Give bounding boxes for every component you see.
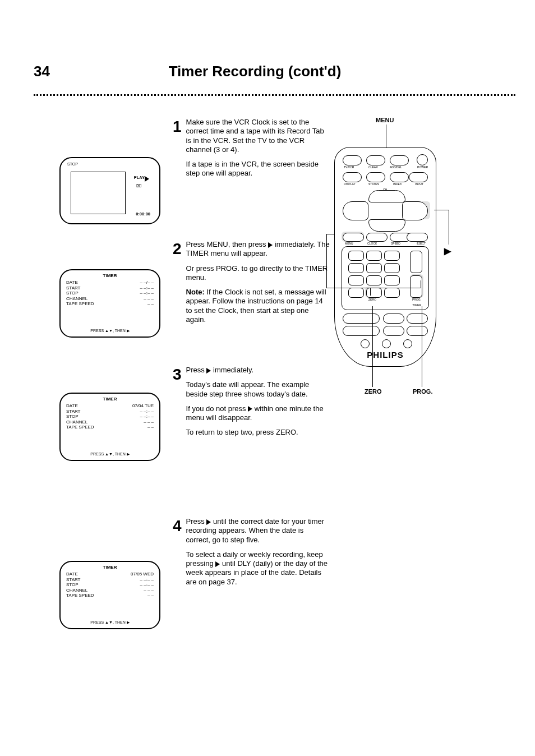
tv3-row2: STOP– –:– – xyxy=(66,414,154,420)
remote-btn-display[interactable] xyxy=(343,172,362,182)
remote-btn-power[interactable] xyxy=(417,154,428,165)
tv1-inner-box xyxy=(71,172,126,214)
step3-line4: To return to step two, press ZERO. xyxy=(186,428,330,437)
tv2-row2: STOP– –:– – xyxy=(66,291,154,296)
remote-btn-eject[interactable] xyxy=(407,233,428,242)
remote-btn-clear[interactable] xyxy=(366,155,385,165)
tv3-row1: START– –:– – xyxy=(66,409,154,414)
step3-number: 3 xyxy=(173,366,182,437)
step2-line1: Press MENU, then press immediately. The … xyxy=(186,240,330,259)
lead-line-prog-h xyxy=(326,288,421,288)
remote-btn-rec[interactable] xyxy=(343,326,380,336)
step3-line2: Today's date will appear. The example be… xyxy=(186,380,330,399)
tv2-footer: PRESS ▲▼, THEN ▶ xyxy=(61,329,159,333)
tv4-row0: DATE07/05 WED xyxy=(66,571,154,577)
remote-btn-up[interactable] xyxy=(368,190,405,202)
remote-btn-stop[interactable] xyxy=(383,314,404,324)
callout-prog: PROG. xyxy=(413,388,432,395)
tv3-row3: CHANNEL– – – xyxy=(66,420,154,425)
tv4-footer: PRESS ▲▼, THEN ▶ xyxy=(61,620,159,625)
remote-btn-3[interactable] xyxy=(384,251,400,261)
step2-note: Note: If the Clock is not set, a message… xyxy=(186,288,330,324)
remote-btn-dash[interactable] xyxy=(384,288,400,298)
tv2-row1: START– –:– – xyxy=(66,285,154,291)
remote-btn-6[interactable] xyxy=(384,263,400,273)
step1-text-b: If a tape is in the VCR, the screen besi… xyxy=(186,160,330,178)
remote-btn-index[interactable] xyxy=(390,172,409,182)
remote-btn-0[interactable] xyxy=(366,288,382,298)
step1-screen-area: STOP PLAY ⌧ 0:00:00 xyxy=(59,157,172,224)
lead-line-prog2-v xyxy=(422,306,422,387)
remote-btn-tv-vcr[interactable] xyxy=(343,155,362,165)
lead-line-right-h xyxy=(434,210,449,210)
remote-btn-pause[interactable] xyxy=(407,314,428,324)
lead-line-prog-v xyxy=(421,280,421,288)
step1-text-a: Make sure the VCR Clock is set to the co… xyxy=(186,118,330,154)
tv-screen-step4: TIMER DATE07/05 WED START– –:– – STOP– –… xyxy=(59,561,160,629)
remote-control: TV/VCR CLEAR ADD/DEL POWER DISPLAY STATU… xyxy=(334,147,436,367)
tv1-play-icon xyxy=(145,176,149,182)
remote-btn-down[interactable] xyxy=(368,219,405,232)
remote-btn-4[interactable] xyxy=(348,263,364,273)
remote-btn-input[interactable] xyxy=(409,172,428,182)
remote-circle-1[interactable] xyxy=(361,339,370,348)
tv1-play-label: PLAY xyxy=(134,176,145,180)
remote-btn-9[interactable] xyxy=(384,275,400,285)
tv-screen-step2: TIMER DATE– –/– – START– –:– – STOP– –:–… xyxy=(59,269,160,338)
remote-btn-5[interactable] xyxy=(366,263,382,273)
tv3-hdr: TIMER xyxy=(66,397,154,402)
lead-line-menu2-h xyxy=(326,234,334,234)
step4-line2: To select a daily or weekly recording, k… xyxy=(186,550,330,587)
remote-body: TV/VCR CLEAR ADD/DEL POWER DISPLAY STATU… xyxy=(334,147,436,367)
remote-btn-100[interactable] xyxy=(348,288,364,298)
step3-text: 3 Press immediately. Today's date will a… xyxy=(173,366,330,437)
tv1-counter: 0:00:00 xyxy=(136,212,150,216)
remote-circle-2[interactable] xyxy=(382,339,391,348)
remote-btn-left[interactable] xyxy=(343,201,368,220)
lead-line-right-v xyxy=(449,210,449,245)
remote-btn-ffw[interactable] xyxy=(407,326,428,336)
remote-btn-add-del[interactable] xyxy=(390,155,409,165)
lead-line-menu2-v xyxy=(326,234,327,288)
tv1-header: STOP xyxy=(67,162,78,167)
tv2-row4: TAPE SPEED– – xyxy=(66,301,154,307)
step3-screen-area: TIMER DATE07/04 TUE START– –:– – STOP– –… xyxy=(59,393,172,461)
remote-btn-status[interactable] xyxy=(366,172,385,182)
tv1-cassette-icon: ⌧ xyxy=(136,184,141,189)
tv-screen-step3: TIMER DATE07/04 TUE START– –:– – STOP– –… xyxy=(59,393,160,461)
tv2-row3: CHANNEL– – – xyxy=(66,296,154,302)
callout-zero: ZERO xyxy=(365,388,382,395)
step2-number: 2 xyxy=(173,240,182,324)
lead-line-menu-v xyxy=(386,125,386,148)
remote-btn-menu[interactable] xyxy=(343,233,364,242)
step1-text: 1 Make sure the VCR Clock is set to the … xyxy=(173,118,330,178)
lead-line-zero2-v xyxy=(372,306,373,387)
remote-btn-2[interactable] xyxy=(366,251,382,261)
remote-btn-clock[interactable] xyxy=(366,233,388,242)
step4-screen-area: TIMER DATE07/05 WED START– –:– – STOP– –… xyxy=(59,561,172,629)
step4-number: 4 xyxy=(173,517,182,587)
page-header: 34 Timer Recording (cont'd) xyxy=(34,63,476,80)
remote-btn-8[interactable] xyxy=(366,275,382,285)
tv3-footer: PRESS ▲▼, THEN ▶ xyxy=(61,452,159,457)
step1-number: 1 xyxy=(173,118,182,178)
remote-btn-1[interactable] xyxy=(348,251,364,261)
remote-btn-7[interactable] xyxy=(348,275,364,285)
play-icon xyxy=(206,368,211,374)
tv-screen-step1: STOP PLAY ⌧ 0:00:00 xyxy=(59,157,160,224)
remote-btn-vol[interactable] xyxy=(410,251,422,273)
remote-circle-3[interactable] xyxy=(403,339,412,348)
tv3-row0: DATE07/04 TUE xyxy=(66,403,154,409)
tv4-row2: STOP– –:– – xyxy=(66,582,154,588)
page-title: Timer Recording (cont'd) xyxy=(34,63,476,80)
remote-btn-play[interactable] xyxy=(343,314,380,324)
step4-text: 4 Press until the correct date for your … xyxy=(173,517,330,587)
remote-btn-right[interactable] xyxy=(402,201,428,220)
remote-btn-rew[interactable] xyxy=(383,326,404,336)
tv2-row0: DATE– –/– – xyxy=(66,280,154,285)
remote-brand: PHILIPS xyxy=(335,350,436,359)
tv3-row4: TAPE SPEED– – xyxy=(66,425,154,430)
step4-line1: Press until the correct date for your ti… xyxy=(186,517,330,545)
tv4-row1: START– –:– – xyxy=(66,577,154,583)
play-icon xyxy=(248,406,252,412)
